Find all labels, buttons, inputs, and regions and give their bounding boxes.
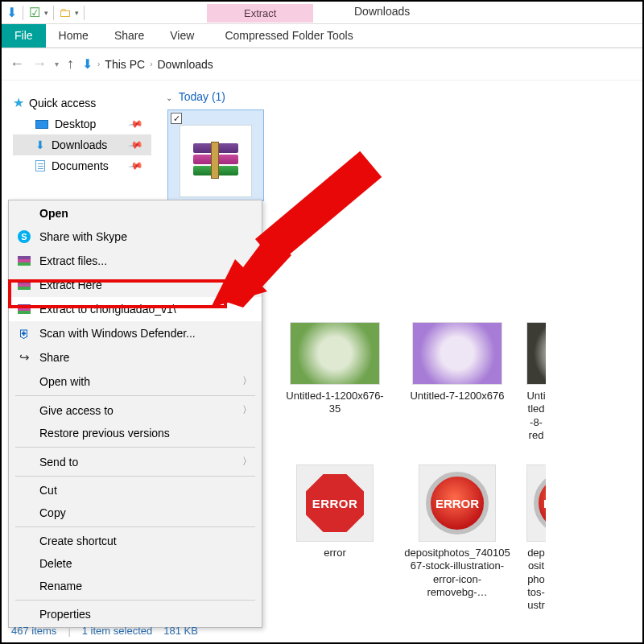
tab-home[interactable]: Home (46, 24, 101, 47)
tab-view[interactable]: View (157, 24, 207, 47)
image-thumbnail: ERROR (419, 464, 496, 542)
chevron-right-icon: 〉 (242, 403, 252, 417)
chevron-right-icon: › (97, 60, 100, 68)
pin-icon: 📌 (127, 158, 143, 174)
menu-extract-here[interactable]: Extract Here (9, 273, 262, 297)
menu-extract-files[interactable]: Extract files... (9, 249, 262, 273)
file-item[interactable]: Untitled-8-red (526, 322, 546, 442)
winrar-icon (18, 304, 31, 314)
contextual-tab-extract[interactable]: Extract (207, 4, 313, 23)
tab-compressed-tools[interactable]: Compressed Folder Tools (212, 24, 365, 47)
winrar-icon (18, 280, 31, 290)
qat-folder-icon[interactable]: 🗀 (59, 6, 72, 19)
file-name: error (282, 547, 388, 559)
file-item[interactable]: Untitled-1-1200x676-35 (282, 322, 388, 442)
tab-file[interactable]: File (2, 24, 46, 47)
skype-icon: S (18, 230, 31, 243)
file-item-selected[interactable]: ✓ (167, 109, 264, 201)
status-item-count: 467 items (11, 625, 56, 637)
share-icon: ↪ (17, 350, 31, 365)
status-selected: 1 item selected (82, 625, 152, 637)
breadcrumb[interactable]: ⬇ › This PC › Downloads (82, 56, 213, 72)
status-size: 181 KB (163, 625, 198, 637)
menu-copy[interactable]: Copy (9, 502, 262, 524)
checkbox-icon[interactable]: ✓ (171, 113, 182, 124)
separator (15, 447, 255, 448)
sidebar-item-downloads[interactable]: ⬇Downloads 📌 (13, 134, 151, 155)
sidebar-item-label: Desktop (55, 118, 96, 130)
sidebar-item-desktop[interactable]: Desktop 📌 (13, 114, 151, 134)
menu-share[interactable]: ↪Share (9, 345, 262, 369)
image-thumbnail (290, 322, 380, 385)
menu-open[interactable]: Open (9, 202, 262, 225)
file-name: Untitled-7-1200x676 (404, 390, 510, 402)
shield-icon: ⛨ (17, 326, 31, 341)
sidebar-quick-access[interactable]: ★ Quick access (13, 92, 151, 114)
menu-extract-to[interactable]: Extract to chongluadao_v1\ (9, 297, 262, 321)
breadcrumb-current[interactable]: Downloads (157, 58, 213, 71)
document-icon (35, 160, 45, 171)
image-thumbnail: ERROR (526, 464, 546, 542)
file-item[interactable]: Untitled-7-1200x676 (404, 322, 510, 442)
group-header-label: Today (1) (179, 90, 225, 103)
file-name: Untitled-8-red (526, 390, 546, 442)
download-icon: ⬇ (35, 138, 45, 151)
image-thumbnail: ERROR (296, 464, 374, 542)
status-bar: 467 items | 1 item selected 181 KB (3, 620, 641, 641)
separator (15, 395, 255, 396)
image-thumbnail (412, 322, 502, 385)
qat-dropdown2-icon[interactable]: ▾ (75, 9, 79, 17)
rar-archive-icon (193, 143, 238, 179)
sidebar-item-label: Documents (52, 159, 109, 172)
nav-up-icon[interactable]: ↑ (67, 56, 74, 72)
window-title: Downloads (354, 5, 410, 18)
menu-send-to[interactable]: Send to〉 (9, 450, 262, 473)
menu-give-access[interactable]: Give access to〉 (9, 398, 262, 422)
separator (15, 526, 255, 527)
desktop-icon (35, 120, 48, 129)
pin-icon: 📌 (127, 137, 143, 153)
downloads-icon: ⬇ (82, 56, 93, 72)
nav-history-dropdown-icon[interactable]: ▾ (55, 60, 59, 68)
context-menu: Open SShare with Skype Extract files... … (8, 200, 262, 628)
group-header-today[interactable]: ⌄ Today (1) (159, 89, 642, 109)
menu-create-shortcut[interactable]: Create shortcut (9, 530, 262, 552)
separator: | (68, 625, 70, 637)
qat-dropdown-icon[interactable]: ▾ (44, 9, 48, 17)
chevron-right-icon: 〉 (242, 455, 252, 469)
chevron-right-icon: › (150, 60, 152, 68)
sidebar-quick-access-label: Quick access (29, 97, 96, 109)
menu-delete[interactable]: Delete (9, 552, 262, 575)
menu-restore-versions[interactable]: Restore previous versions (9, 422, 262, 444)
separator (15, 600, 255, 601)
winrar-icon (18, 256, 31, 266)
file-item[interactable]: ERROR error (282, 464, 388, 612)
tab-share[interactable]: Share (101, 24, 157, 47)
menu-scan-defender[interactable]: ⛨Scan with Windows Defender... (9, 321, 262, 345)
separator (15, 476, 255, 477)
file-item[interactable]: ERROR depositphotos-ustr (526, 464, 546, 612)
pin-icon: 📌 (127, 116, 143, 132)
chevron-right-icon: 〉 (242, 374, 252, 388)
file-name: depositphotos_74010567-stock-illustratio… (404, 547, 510, 599)
star-icon: ★ (13, 95, 24, 110)
file-name: Untitled-1-1200x676-35 (282, 390, 388, 416)
nav-forward-icon[interactable]: → (32, 56, 47, 72)
separator (84, 6, 85, 20)
separator (23, 6, 23, 20)
menu-cut[interactable]: Cut (9, 479, 262, 502)
file-name: depositphotos-ustr (526, 547, 546, 612)
sidebar-item-documents[interactable]: Documents 📌 (13, 155, 151, 176)
menu-share-skype[interactable]: SShare with Skype (9, 225, 262, 249)
image-thumbnail (526, 322, 546, 385)
menu-rename[interactable]: Rename (9, 575, 262, 597)
separator (53, 6, 54, 20)
sidebar-item-label: Downloads (52, 138, 107, 151)
qat-download-icon[interactable]: ⬇ (5, 6, 18, 19)
qat-properties-icon[interactable]: ☑ (28, 6, 41, 19)
breadcrumb-root[interactable]: This PC (105, 58, 145, 71)
menu-open-with[interactable]: Open with〉 (9, 369, 262, 393)
chevron-down-icon: ⌄ (166, 93, 172, 102)
file-item[interactable]: ERROR depositphotos_74010567-stock-illus… (404, 464, 510, 612)
nav-back-icon[interactable]: ← (10, 56, 24, 72)
